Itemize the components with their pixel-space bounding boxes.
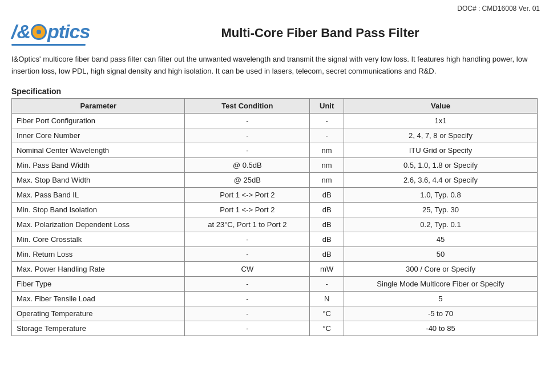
table-row: Max. Stop Band Width@ 25dBnm2.6, 3.6, 4.… <box>12 172 538 187</box>
section-title: Specification <box>0 83 549 98</box>
table-row: Inner Core Number--2, 4, 7, 8 or Specify <box>12 128 538 143</box>
table-cell-unit: nm <box>310 143 344 157</box>
table-cell-value: 1x1 <box>344 113 537 128</box>
table-cell-unit: mW <box>310 261 344 276</box>
table-cell-condition: - <box>185 113 310 128</box>
table-cell-value: 50 <box>344 246 537 261</box>
table-cell-value: 300 / Core or Specify <box>344 261 537 276</box>
col-header-value: Value <box>344 98 537 113</box>
table-row: Fiber Port Configuration--1x1 <box>12 113 538 128</box>
table-cell-unit: °C <box>310 321 344 336</box>
table-row: Max. Power Handling RateCWmW300 / Core o… <box>12 261 538 276</box>
table-cell-parameter: Inner Core Number <box>12 128 185 143</box>
table-cell-condition: Port 1 <-> Port 2 <box>185 202 310 217</box>
table-cell-parameter: Nominal Center Wavelength <box>12 143 185 157</box>
table-row: Max. Polarization Dependent Lossat 23°C,… <box>12 217 538 232</box>
logo: / & ptics <box>11 21 103 43</box>
table-cell-condition: @ 0.5dB <box>185 157 310 172</box>
table-cell-value: 1.0, Typ. 0.8 <box>344 187 537 202</box>
logo-ptics-text: ptics <box>47 21 90 43</box>
table-cell-condition: - <box>185 276 310 291</box>
table-cell-unit: - <box>310 113 344 128</box>
table-cell-condition: - <box>185 321 310 336</box>
table-cell-unit: dB <box>310 217 344 232</box>
table-row: Max. Fiber Tensile Load-N5 <box>12 291 538 306</box>
table-header-row: Parameter Test Condition Unit Value <box>12 98 538 113</box>
table-cell-parameter: Min. Pass Band Width <box>12 157 185 172</box>
table-cell-value: 5 <box>344 291 537 306</box>
table-cell-value: 45 <box>344 232 537 246</box>
col-header-unit: Unit <box>310 98 344 113</box>
table-cell-parameter: Max. Stop Band Width <box>12 172 185 187</box>
title-area: Multi-Core Fiber Band Pass Filter <box>103 26 538 41</box>
table-cell-parameter: Max. Polarization Dependent Loss <box>12 217 185 232</box>
table-cell-value: 2.6, 3.6, 4.4 or Specify <box>344 172 537 187</box>
table-cell-unit: °C <box>310 306 344 321</box>
table-row: Operating Temperature-°C-5 to 70 <box>12 306 538 321</box>
logo-slash-icon: / <box>11 21 16 43</box>
table-row: Min. Pass Band Width@ 0.5dBnm0.5, 1.0, 1… <box>12 157 538 172</box>
page-title: Multi-Core Fiber Band Pass Filter <box>103 26 538 41</box>
table-cell-value: ITU Grid or Specify <box>344 143 537 157</box>
table-row: Fiber Type--Single Mode Multicore Fiber … <box>12 276 538 291</box>
table-row: Max. Pass Band ILPort 1 <-> Port 2dB1.0,… <box>12 187 538 202</box>
logo-circle-icon <box>31 24 47 40</box>
table-cell-parameter: Fiber Port Configuration <box>12 113 185 128</box>
table-cell-value: 2, 4, 7, 8 or Specify <box>344 128 537 143</box>
table-cell-value: 0.2, Typ. 0.1 <box>344 217 537 232</box>
logo-underline <box>11 44 86 46</box>
table-cell-unit: nm <box>310 157 344 172</box>
logo-ampersand: & <box>17 21 30 43</box>
header-area: / & ptics Multi-Core Fiber Band Pass Fil… <box>0 15 549 46</box>
table-cell-parameter: Fiber Type <box>12 276 185 291</box>
table-cell-condition: at 23°C, Port 1 to Port 2 <box>185 217 310 232</box>
table-cell-parameter: Operating Temperature <box>12 306 185 321</box>
table-cell-condition: @ 25dB <box>185 172 310 187</box>
table-cell-parameter: Max. Fiber Tensile Load <box>12 291 185 306</box>
table-cell-parameter: Max. Pass Band IL <box>12 187 185 202</box>
table-cell-parameter: Min. Core Crosstalk <box>12 232 185 246</box>
table-cell-condition: - <box>185 128 310 143</box>
table-cell-parameter: Max. Power Handling Rate <box>12 261 185 276</box>
table-row: Min. Stop Band IsolationPort 1 <-> Port … <box>12 202 538 217</box>
product-description: I&Optics' multicore fiber band pass filt… <box>0 46 549 83</box>
table-row: Min. Return Loss-dB50 <box>12 246 538 261</box>
table-cell-parameter: Storage Temperature <box>12 321 185 336</box>
spec-table: Parameter Test Condition Unit Value Fibe… <box>11 98 538 336</box>
table-row: Storage Temperature-°C-40 to 85 <box>12 321 538 336</box>
table-cell-value: -40 to 85 <box>344 321 537 336</box>
table-cell-parameter: Min. Return Loss <box>12 246 185 261</box>
table-row: Nominal Center Wavelength-nmITU Grid or … <box>12 143 538 157</box>
table-cell-value: 0.5, 1.0, 1.8 or Specify <box>344 157 537 172</box>
table-cell-condition: - <box>185 246 310 261</box>
doc-reference: DOC# : CMD16008 Ver. 01 <box>0 0 549 15</box>
col-header-test-condition: Test Condition <box>185 98 310 113</box>
logo-container: / & ptics <box>11 21 103 46</box>
table-cell-condition: - <box>185 143 310 157</box>
table-cell-condition: CW <box>185 261 310 276</box>
table-cell-value: Single Mode Multicore Fiber or Specify <box>344 276 537 291</box>
table-cell-unit: dB <box>310 187 344 202</box>
table-cell-condition: - <box>185 291 310 306</box>
table-cell-unit: - <box>310 276 344 291</box>
table-cell-condition: - <box>185 306 310 321</box>
table-row: Min. Core Crosstalk-dB45 <box>12 232 538 246</box>
table-cell-parameter: Min. Stop Band Isolation <box>12 202 185 217</box>
table-cell-condition: Port 1 <-> Port 2 <box>185 187 310 202</box>
spec-table-container: Parameter Test Condition Unit Value Fibe… <box>0 98 549 347</box>
table-cell-unit: - <box>310 128 344 143</box>
table-cell-condition: - <box>185 232 310 246</box>
table-cell-unit: dB <box>310 232 344 246</box>
col-header-parameter: Parameter <box>12 98 185 113</box>
table-cell-unit: dB <box>310 202 344 217</box>
table-cell-unit: dB <box>310 246 344 261</box>
table-cell-unit: nm <box>310 172 344 187</box>
table-cell-value: 25, Typ. 30 <box>344 202 537 217</box>
table-cell-value: -5 to 70 <box>344 306 537 321</box>
table-cell-unit: N <box>310 291 344 306</box>
